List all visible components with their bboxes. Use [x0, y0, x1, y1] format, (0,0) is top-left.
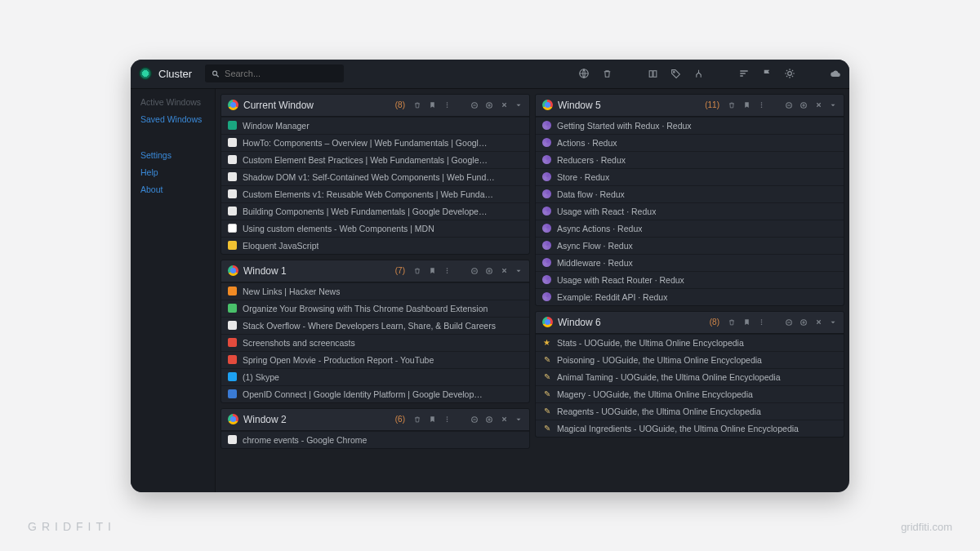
panel-bookmark-icon[interactable]	[428, 415, 436, 424]
tab-row[interactable]: Actions · Redux	[536, 134, 844, 151]
panel-more-icon[interactable]	[443, 267, 451, 275]
tab-row[interactable]: Custom Element Best Practices | Web Fund…	[221, 151, 529, 168]
trash-icon[interactable]	[601, 68, 612, 79]
panel-collapse-icon[interactable]	[514, 101, 523, 109]
tab-row[interactable]: ✎ Reagents - UOGuide, the Ultima Online …	[536, 402, 844, 420]
panel-close-icon[interactable]	[814, 318, 822, 327]
panel-more-icon[interactable]	[443, 101, 451, 109]
tab-row[interactable]: Middleware · Redux	[536, 254, 844, 271]
panel-more-icon[interactable]	[757, 101, 765, 109]
favicon-icon	[542, 207, 551, 216]
panel-close-icon[interactable]	[814, 101, 822, 109]
tab-row[interactable]: Getting Started with Redux · Redux	[536, 117, 844, 134]
window-panel-header[interactable]: Window 2 (6)	[221, 409, 529, 431]
favicon-icon	[228, 304, 237, 313]
brightness-icon[interactable]	[784, 68, 795, 79]
window-panel-header[interactable]: Current Window (8)	[221, 95, 529, 117]
panel-minus-icon[interactable]	[470, 101, 479, 109]
search-input[interactable]	[225, 69, 337, 78]
tag-icon[interactable]	[670, 68, 681, 79]
sort-icon[interactable]	[738, 68, 750, 79]
tab-row[interactable]: Shadow DOM v1: Self-Contained Web Compon…	[221, 168, 529, 185]
panel-more-icon[interactable]	[443, 415, 451, 424]
panel-trash-icon[interactable]	[728, 101, 736, 109]
panel-trash-icon[interactable]	[413, 267, 421, 275]
tab-row[interactable]: OpenID Connect | Google Identity Platfor…	[221, 385, 529, 402]
svg-rect-4	[653, 70, 657, 77]
panel-plus-icon[interactable]	[485, 101, 493, 109]
tab-row[interactable]: Usage with React Router · Redux	[536, 271, 844, 288]
panel-minus-icon[interactable]	[470, 415, 479, 424]
panel-collapse-icon[interactable]	[514, 415, 523, 424]
sidebar-item-saved-windows[interactable]: Saved Windows	[140, 114, 205, 124]
tab-row[interactable]: Async Actions · Redux	[536, 220, 844, 237]
tab-row[interactable]: Using custom elements - Web Components |…	[221, 220, 529, 237]
tab-row[interactable]: Spring Open Movie - Production Report - …	[221, 351, 529, 368]
tab-row[interactable]: Screenshots and screencasts	[221, 334, 529, 351]
tab-row[interactable]: ✎ Magical Ingredients - UOGuide, the Ult…	[536, 420, 844, 437]
globe-icon[interactable]	[578, 68, 590, 79]
panel-plus-icon[interactable]	[485, 415, 493, 424]
tab-row[interactable]: Async Flow · Redux	[536, 237, 844, 254]
tab-row[interactable]: Data flow · Redux	[536, 185, 844, 202]
panel-plus-icon[interactable]	[800, 101, 808, 109]
tab-row[interactable]: Eloquent JavaScript	[221, 237, 529, 254]
panel-bookmark-icon[interactable]	[742, 318, 751, 327]
tab-row[interactable]: Store · Redux	[536, 168, 844, 185]
panel-close-icon[interactable]	[500, 101, 508, 109]
sidebar-item-settings[interactable]: Settings	[140, 150, 205, 160]
panel-collapse-icon[interactable]	[514, 267, 523, 275]
panel-minus-icon[interactable]	[785, 101, 793, 109]
svg-point-29	[760, 323, 762, 325]
panel-actions	[728, 101, 837, 109]
tab-row[interactable]: Usage with React · Redux	[536, 202, 844, 220]
sidebar-item-help[interactable]: Help	[140, 167, 205, 177]
window-panel-header[interactable]: Window 6 (8)	[536, 312, 844, 334]
tab-row[interactable]: Reducers · Redux	[536, 151, 844, 168]
tab-row[interactable]: Example: Reddit API · Redux	[536, 288, 844, 305]
tab-row[interactable]: Window Manager	[221, 117, 529, 134]
tab-title: Magery - UOGuide, the Ultima Online Ency…	[557, 389, 753, 399]
tab-row[interactable]: Custom Elements v1: Reusable Web Compone…	[221, 185, 529, 202]
panel-minus-icon[interactable]	[785, 318, 793, 327]
tab-row[interactable]: Stack Overflow - Where Developers Learn,…	[221, 317, 529, 334]
tab-row[interactable]: ✎ Animal Taming - UOGuide, the Ultima On…	[536, 368, 844, 385]
tab-row[interactable]: Building Components | Web Fundamentals |…	[221, 202, 529, 220]
tab-row[interactable]: chrome events - Google Chrome	[221, 431, 529, 448]
svg-point-24	[760, 106, 762, 108]
panel-collapse-icon[interactable]	[829, 101, 837, 109]
tab-title: chrome events - Google Chrome	[243, 435, 367, 445]
tab-row[interactable]: HowTo: Components – Overview | Web Funda…	[221, 134, 529, 151]
panel-close-icon[interactable]	[500, 415, 508, 424]
merge-icon[interactable]	[693, 68, 704, 79]
tab-row[interactable]: (1) Skype	[221, 368, 529, 385]
window-panel-header[interactable]: Window 5 (11)	[536, 95, 844, 117]
panel-icon[interactable]	[647, 68, 658, 79]
panel-bookmark-icon[interactable]	[428, 101, 436, 109]
panel-plus-icon[interactable]	[800, 318, 808, 327]
cloud-icon[interactable]	[830, 68, 841, 79]
window-panel-header[interactable]: Window 1 (7)	[221, 260, 529, 282]
window-title: Window 6	[558, 317, 705, 328]
panel-close-icon[interactable]	[500, 267, 508, 275]
panel-trash-icon[interactable]	[728, 318, 736, 327]
tab-row[interactable]: Organize Your Browsing with This Chrome …	[221, 300, 529, 317]
tab-row[interactable]: ★ Stats - UOGuide, the Ultima Online Enc…	[536, 334, 844, 351]
window-title: Current Window	[243, 100, 390, 111]
panel-bookmark-icon[interactable]	[742, 101, 751, 109]
flag-icon[interactable]	[761, 68, 773, 79]
tab-row[interactable]: ✎ Magery - UOGuide, the Ultima Online En…	[536, 385, 844, 402]
panel-trash-icon[interactable]	[413, 415, 421, 424]
panel-plus-icon[interactable]	[485, 267, 493, 275]
tab-row[interactable]: New Links | Hacker News	[221, 282, 529, 300]
sidebar-item-about[interactable]: About	[140, 184, 205, 194]
search-box[interactable]	[205, 64, 344, 82]
panel-trash-icon[interactable]	[413, 101, 421, 109]
panel-bookmark-icon[interactable]	[428, 267, 436, 275]
tab-row[interactable]: ✎ Poisoning - UOGuide, the Ultima Online…	[536, 351, 844, 368]
panel-minus-icon[interactable]	[470, 267, 479, 275]
panel-collapse-icon[interactable]	[829, 318, 837, 327]
panel-more-icon[interactable]	[757, 318, 765, 327]
svg-point-18	[446, 419, 448, 420]
favicon-icon	[228, 172, 237, 181]
